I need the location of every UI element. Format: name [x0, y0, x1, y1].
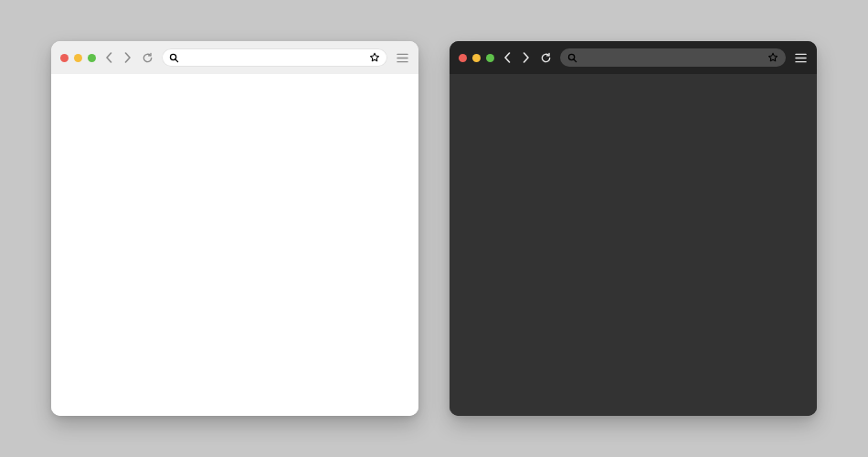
hamburger-icon [397, 53, 408, 63]
toolbar [450, 41, 817, 74]
address-input[interactable] [185, 48, 364, 67]
chevron-right-icon [522, 52, 530, 63]
reload-icon [540, 52, 552, 64]
chevron-left-icon [503, 52, 512, 63]
star-icon[interactable] [767, 52, 778, 63]
menu-button[interactable] [395, 50, 409, 65]
close-button[interactable] [459, 54, 467, 62]
reload-button[interactable] [140, 50, 154, 65]
star-icon[interactable] [369, 52, 380, 63]
browser-window-light [51, 41, 418, 416]
forward-button[interactable] [122, 50, 132, 65]
toolbar [51, 41, 418, 74]
window-controls [60, 54, 96, 62]
window-controls [459, 54, 494, 62]
address-bar[interactable] [560, 48, 786, 67]
minimize-button[interactable] [74, 54, 82, 62]
search-icon [169, 53, 179, 63]
forward-button[interactable] [520, 50, 531, 65]
back-button[interactable] [103, 50, 114, 65]
search-icon [567, 53, 577, 63]
close-button[interactable] [60, 54, 69, 62]
svg-line-6 [574, 58, 577, 61]
reload-button[interactable] [538, 50, 553, 65]
page-content [450, 74, 817, 416]
chevron-left-icon [105, 52, 113, 63]
menu-button[interactable] [793, 50, 808, 65]
address-bar[interactable] [162, 48, 387, 67]
zoom-button[interactable] [486, 54, 494, 62]
address-input[interactable] [583, 48, 762, 67]
hamburger-icon [795, 53, 807, 63]
page-content [51, 74, 418, 416]
browser-window-dark [450, 41, 817, 416]
zoom-button[interactable] [88, 54, 96, 62]
minimize-button[interactable] [472, 54, 481, 62]
reload-icon [142, 52, 153, 64]
back-button[interactable] [502, 50, 513, 65]
chevron-right-icon [123, 52, 132, 63]
svg-line-1 [175, 58, 178, 61]
